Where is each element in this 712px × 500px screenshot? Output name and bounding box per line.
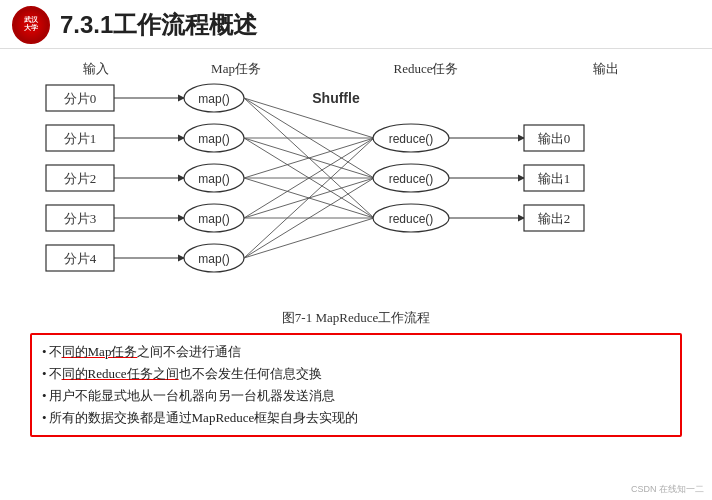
note-bullet-3: • <box>42 385 47 407</box>
shuffle-4-0 <box>244 138 374 258</box>
reduce-label-1: reduce() <box>389 172 434 186</box>
note-line-2: • 不同的Reduce任务之间也不会发生任何信息交换 <box>42 363 670 385</box>
col-label-input: 输入 <box>83 61 109 76</box>
note-line-1: • 不同的Map任务之间不会进行通信 <box>42 341 670 363</box>
figure-caption: 图7-1 MapReduce工作流程 <box>30 309 682 327</box>
col-label-map: Map任务 <box>211 61 261 76</box>
shuffle-4-2 <box>244 218 374 258</box>
shuffle-label: Shuffle <box>312 90 360 106</box>
map-label-4: map() <box>198 252 229 266</box>
input-label-2: 分片2 <box>64 171 97 186</box>
input-label-3: 分片3 <box>64 211 97 226</box>
map-label-1: map() <box>198 132 229 146</box>
note-underline-2: 同的Reduce任务之间 <box>62 366 179 381</box>
page-title: 7.3.1工作流程概述 <box>60 9 257 41</box>
col-label-reduce: Reduce任务 <box>394 61 459 76</box>
map-label-3: map() <box>198 212 229 226</box>
note-underline-1: 同的Map任务 <box>62 344 138 359</box>
map-label-0: map() <box>198 92 229 106</box>
note-bullet-4: • <box>42 407 47 429</box>
input-label-1: 分片1 <box>64 131 97 146</box>
page-header: 武汉 大学 7.3.1工作流程概述 <box>0 0 712 49</box>
watermark: CSDN 在线知一二 <box>631 483 704 496</box>
mapreduce-flow-svg: 输入 Map任务 Reduce任务 输出 Shuffle 分片0 分片1 分片2… <box>36 57 676 305</box>
output-label-1: 输出1 <box>538 171 571 186</box>
map-label-2: map() <box>198 172 229 186</box>
note-line-3: • 用户不能显式地从一台机器向另一台机器发送消息 <box>42 385 670 407</box>
input-label-0: 分片0 <box>64 91 97 106</box>
note-text-3: 用户不能显式地从一台机器向另一台机器发送消息 <box>49 385 335 407</box>
note-text-1: 不同的Map任务之间不会进行通信 <box>49 341 242 363</box>
note-text-4: 所有的数据交换都是通过MapReduce框架自身去实现的 <box>49 407 359 429</box>
note-bullet-1: • <box>42 341 47 363</box>
note-line-4: • 所有的数据交换都是通过MapReduce框架自身去实现的 <box>42 407 670 429</box>
notes-section: • 不同的Map任务之间不会进行通信 • 不同的Reduce任务之间也不会发生任… <box>30 333 682 437</box>
input-label-4: 分片4 <box>64 251 97 266</box>
flow-diagram: 输入 Map任务 Reduce任务 输出 Shuffle 分片0 分片1 分片2… <box>30 57 682 327</box>
reduce-label-0: reduce() <box>389 132 434 146</box>
note-bullet-2: • <box>42 363 47 385</box>
output-label-2: 输出2 <box>538 211 571 226</box>
note-text-2: 不同的Reduce任务之间也不会发生任何信息交换 <box>49 363 322 385</box>
output-label-0: 输出0 <box>538 131 571 146</box>
main-content: 输入 Map任务 Reduce任务 输出 Shuffle 分片0 分片1 分片2… <box>0 49 712 443</box>
logo: 武汉 大学 <box>12 6 50 44</box>
reduce-label-2: reduce() <box>389 212 434 226</box>
col-label-output: 输出 <box>593 61 619 76</box>
